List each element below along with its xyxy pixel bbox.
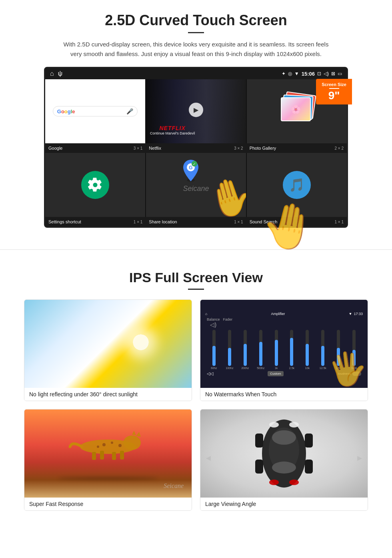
eq-bar-wrap-6: 10k: [300, 330, 314, 369]
screen-size-badge: Screen Size 9": [316, 79, 352, 104]
hand-pointer: 🤚: [202, 172, 246, 217]
eq-bar-fill-4: [275, 340, 278, 366]
app-grid-row2: G ✓ 🤚 🎵: [45, 153, 347, 217]
netflix-cell-bg: ▶ NETFLIX Continue Marvel's Daredevil: [146, 79, 246, 143]
play-button[interactable]: ▶: [189, 102, 203, 117]
eq-label-6: 10k: [305, 367, 310, 369]
bluetooth-icon: ✦: [282, 71, 286, 76]
netflix-label-size: 3 × 2: [234, 146, 243, 151]
settings-app-cell[interactable]: [45, 153, 145, 217]
badge-divider: [329, 88, 339, 89]
eq-label-2: 200hz: [241, 367, 249, 369]
status-bar-right: ✦ ◎ ▼ 15:06 ⊡ ◁) ⊠ ▭: [282, 71, 342, 77]
photo-card-3: 🌸: [281, 97, 311, 121]
eq-bar-wrap-3: 500hz: [254, 330, 268, 369]
eq-label-3: 500hz: [257, 367, 264, 369]
section1-description: With 2.5D curved-display screen, this de…: [60, 40, 332, 59]
amplifier-caption: No Watermarks When Touch: [200, 388, 368, 401]
app-labels-row1: Google 3 × 1 Netflix 3 × 2 Photo Gallery…: [45, 143, 347, 153]
sunlight-image: [24, 300, 192, 388]
eq-bar-fill-0: [212, 346, 216, 366]
svg-point-16: [118, 444, 122, 447]
gear-icon: [88, 177, 103, 193]
svg-rect-10: [100, 451, 104, 460]
x-icon: ⊠: [331, 71, 335, 76]
sunlight-caption: No light reflecting under 360° direct su…: [24, 388, 192, 401]
settings-icon-circle: [81, 171, 109, 199]
settings-cell-bg: [45, 153, 145, 217]
settings-label-size: 1 × 1: [134, 220, 143, 224]
svg-point-15: [97, 446, 99, 448]
sun-core: [133, 334, 149, 350]
netflix-label: Netflix 3 × 2: [146, 145, 246, 151]
amplifier-card: ⌂ Amplifier ▼ 17:33 Balance◁) Fader 60hz…: [200, 299, 368, 401]
car-image: ◄ ►: [200, 409, 368, 498]
svg-point-6: [123, 436, 141, 450]
eq-bar-track-7: [321, 330, 324, 366]
eq-bar-wrap-0: 60hz: [207, 330, 221, 369]
car-caption: Large Viewing Angle: [200, 498, 368, 510]
section2-title: IPS Full Screen View: [24, 270, 368, 285]
title-divider: [188, 32, 204, 33]
google-label: Google 3 × 1: [45, 145, 146, 151]
status-bar: ⌂ ψ ✦ ◎ ▼ 15:06 ⊡ ◁) ⊠ ▭: [45, 68, 347, 79]
svg-point-20: [272, 462, 296, 474]
flower-emoji: 🌸: [291, 104, 301, 114]
svg-rect-27: [255, 434, 263, 448]
svg-rect-12: [120, 451, 124, 460]
svg-point-23: [269, 422, 279, 428]
maps-marker: G ✓: [181, 159, 200, 178]
amp-header: ⌂ Amplifier ▼ 17:33: [204, 312, 364, 316]
mic-icon: 🎤: [126, 108, 133, 114]
volume-icon: ◁): [324, 71, 329, 76]
eq-label-7: 12.5k: [320, 367, 326, 369]
usb-icon: ψ: [58, 70, 62, 77]
google-app-cell[interactable]: Google 🎤: [45, 79, 145, 143]
share-cell-bg: G ✓ 🤚: [146, 153, 246, 217]
google-search-bar[interactable]: Google 🎤: [53, 106, 138, 116]
netflix-app-cell[interactable]: ▶ NETFLIX Continue Marvel's Daredevil: [146, 79, 246, 143]
amp-custom-button[interactable]: Custom: [268, 371, 284, 376]
eq-bar-fill-5: [290, 338, 293, 366]
sunlight-card: No light reflecting under 360° direct su…: [24, 299, 192, 401]
sound-cell-bg: 🎵: [247, 153, 347, 217]
eq-bar-wrap-5: 2.5k: [285, 330, 299, 369]
car-top-svg: [252, 413, 316, 494]
eq-bar-track-0: [212, 330, 216, 366]
settings-label-name: Settings shortcut: [48, 219, 81, 224]
eq-bar-wrap-1: 100hz: [222, 330, 237, 369]
eq-bar-wrap-4: 1k: [269, 330, 284, 369]
section1-title: 2.5D Curved Touch Screen: [24, 12, 368, 29]
maps-pin-icon: G ✓: [181, 159, 200, 182]
device-wrapper: Screen Size 9" ⌂ ψ ✦ ◎ ▼ 15:06 ⊡ ◁) ⊠: [44, 67, 348, 228]
netflix-logo: NETFLIX: [150, 125, 195, 131]
cheetah-card: Seicane Super Fast Response: [24, 409, 192, 511]
settings-label: Settings shortcut 1 × 1: [45, 219, 146, 225]
google-cell-content: Google 🎤: [45, 79, 145, 143]
netflix-overlay: NETFLIX Continue Marvel's Daredevil: [150, 125, 195, 135]
cheetah-caption: Super Fast Response: [24, 498, 192, 510]
eq-bar-track-3: [259, 330, 262, 366]
cheetah-svg: [68, 429, 148, 461]
angle-left-icon: ◄: [204, 454, 212, 463]
google-label-size: 3 × 1: [134, 146, 143, 151]
amp-status: ▼ 17:33: [349, 312, 363, 316]
eq-label-5: 2.5k: [289, 367, 294, 369]
eq-label-1: 100hz: [226, 367, 233, 369]
app-grid-row1: Google 🎤 ▶ NETFLIX: [45, 79, 347, 143]
svg-rect-29: [255, 460, 263, 474]
photo-stack: 🌸: [279, 93, 315, 129]
seicane-watermark2: Seicane: [164, 482, 184, 490]
sound-icon-circle: 🎵: [283, 171, 311, 199]
sound-search-app-cell[interactable]: 🎵: [247, 153, 347, 217]
svg-point-24: [289, 422, 299, 428]
eq-bar-track-5: [290, 330, 293, 366]
app-labels-row2: Settings shortcut 1 × 1 Share location 1…: [45, 217, 347, 227]
amp-balance-label: Balance◁): [207, 317, 220, 328]
share-location-app-cell[interactable]: G ✓ 🤚: [146, 153, 246, 217]
sound-label-size: 1 × 1: [334, 220, 344, 224]
screen-size-label: Screen Size: [322, 82, 346, 87]
svg-rect-9: [92, 452, 96, 460]
amp-home-icon: ⌂: [205, 312, 207, 316]
location-icon: ◎: [288, 71, 292, 76]
